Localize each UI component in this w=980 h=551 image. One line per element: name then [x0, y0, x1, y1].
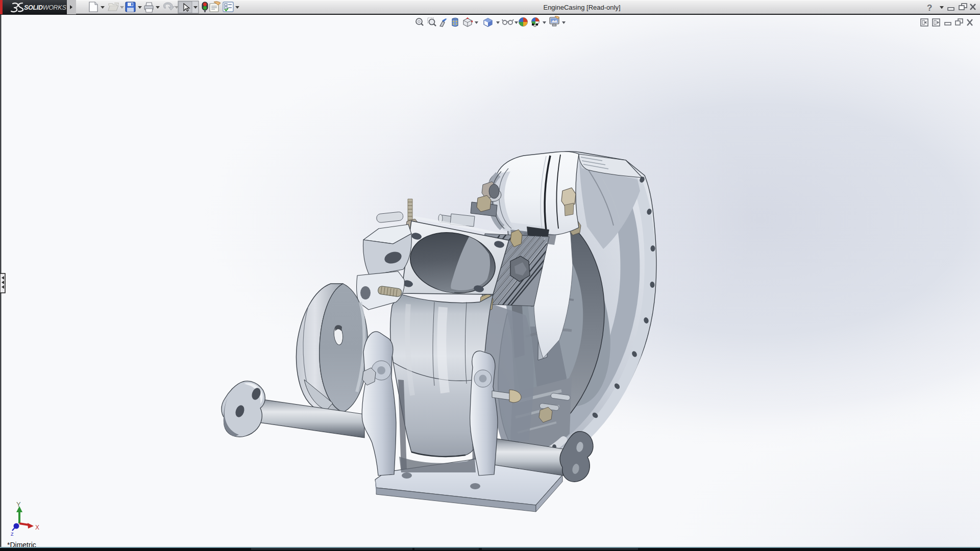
svg-text:SOLIDWORKS: SOLIDWORKS: [24, 4, 66, 11]
svg-text:Z: Z: [11, 532, 14, 537]
svg-text:?: ?: [927, 3, 932, 13]
svg-text:EngineCasing [Read-only]: EngineCasing [Read-only]: [543, 4, 620, 11]
svg-text:X: X: [35, 524, 39, 531]
svg-text:Y: Y: [16, 500, 21, 508]
